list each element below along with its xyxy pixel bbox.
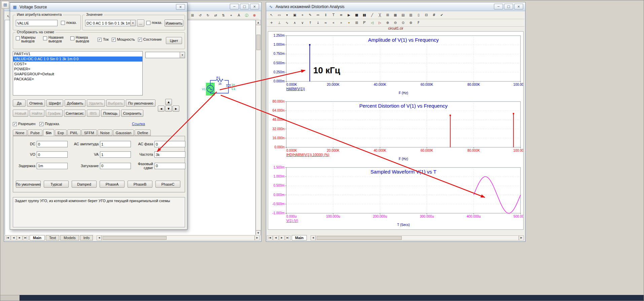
grid-icon[interactable]: ⊞ [189,12,196,18]
zoom-mode-icon[interactable]: ▣ [291,12,298,18]
schematic-hscroll-right-arrow[interactable]: ▶ [255,235,260,240]
next-point-icon[interactable]: » [337,20,345,26]
attribute-row-2[interactable]: VALUE=DC 0 AC 1 0 Sin 0 1 3k 1m 0 0 [13,57,142,62]
cancel-button[interactable]: Отмена [27,100,45,107]
attribute-row-5[interactable]: SHAPEGROUP=Default [13,72,142,77]
flip-vertical-icon[interactable]: ⇅ [220,12,227,18]
va-input[interactable]: 1 [100,151,131,158]
source-tab-sffm[interactable]: SFFM [81,129,97,136]
value-change-button[interactable]: Изменить [165,20,183,27]
grid-x-icon[interactable]: ▥ [407,12,414,18]
font-button[interactable]: Шрифт [46,100,63,107]
schematic-hscroll-thumb[interactable] [103,236,167,240]
attribute-row-6[interactable]: PACKAGE= [13,77,142,82]
info-icon[interactable]: ⓘ [243,12,250,18]
rotate-right-icon[interactable]: ↻ [204,12,211,18]
step-left-button[interactable]: ◀ [158,106,165,112]
minor-grid-icon[interactable]: ⊟ [423,12,430,18]
stop-circle-icon[interactable]: ⊗ [251,12,258,18]
preset-typical-button[interactable]: Typical [44,181,69,188]
combo-dropdown-icon[interactable]: ▾ [130,20,135,26]
preset-damped-button[interactable]: Damped [72,181,97,188]
waveform-chart[interactable]: 0.000u100.000u200.000u300.000u400.000u50… [268,163,523,229]
attr-show-checkbox-box[interactable] [61,21,65,25]
value-show-checkbox[interactable]: показ. [146,21,162,25]
delay-input[interactable]: 1m [37,163,68,169]
dc-input[interactable]: 0 [37,141,68,147]
default-button[interactable]: По умолчанию [126,100,155,107]
app-window-icon[interactable]: ⊞ [1,1,9,9]
checklist-icon[interactable]: ✔ [438,12,445,18]
f-key-icon[interactable]: F [415,20,422,26]
attribute-row-1[interactable]: PART=V1 [13,51,142,57]
select-mode-icon[interactable]: ↖ [268,12,275,18]
grid-y-icon[interactable]: ▯ [415,12,422,18]
pin-markers-checkbox[interactable]: Маркеры выводов [16,36,40,43]
rc-circuit[interactable]: + V1 R1 1k 1n C1 [198,76,236,107]
horizontal-tag-icon[interactable]: ↔ [314,12,321,18]
tag-right-icon[interactable]: ▷ [376,20,383,26]
data-points-icon[interactable]: ⊞ [384,12,391,18]
prev-point-icon[interactable]: « [330,20,337,26]
p-key-icon[interactable]: P' [361,20,368,26]
ok-button[interactable]: Да [13,100,26,107]
step-down-button[interactable]: ▼ [165,106,172,112]
crosshair-cursor-icon[interactable]: + [268,20,275,26]
graphics-dropdown-icon[interactable]: ▾ [283,12,290,18]
attribute-row-4[interactable]: POWER= [13,67,142,72]
amplitude-chart[interactable]: 0.000K20.000K40.000K60.000K80.000K100.00… [268,32,523,98]
pin-markers-checkbox-box[interactable] [16,36,20,40]
preset-phaseb-button[interactable]: PhaseB [128,181,152,188]
pin-names-checkbox[interactable]: Названия выводов [43,36,67,43]
high-icon[interactable]: ↑ [307,20,314,26]
state-checkbox-box[interactable]: ✓ [138,38,142,42]
properties-icon[interactable]: ≡ [337,12,345,18]
taskbar[interactable] [20,295,644,301]
schematic-vscrollbar[interactable]: ▲ ▼ [256,20,261,235]
enabled-checkbox[interactable]: ✓Разрешен [13,122,35,126]
graphics-mode-icon[interactable]: ▭ [276,12,283,18]
pan-icon[interactable]: ⊛ [407,20,414,26]
zoom-in-icon[interactable]: ⊕ [384,20,391,26]
value-more-button[interactable]: ... [137,20,144,27]
pin-numbers-checkbox-box[interactable] [70,36,74,40]
preset-phasea-button[interactable]: PhaseA [100,181,124,188]
save-button[interactable]: Сохранить [121,110,143,117]
reference-link[interactable]: Ссылка [132,122,145,126]
power-checkbox[interactable]: ✓Мощность [112,37,135,42]
analysis-hscrollbar[interactable]: ◀▶ [311,235,524,240]
schematic-hscroll-track[interactable] [102,235,255,240]
low-icon[interactable]: ↓ [314,20,321,26]
pin-names-checkbox-box[interactable] [43,36,47,40]
valley-icon[interactable]: ∨ [299,20,306,26]
analysis-hscroll-track[interactable] [316,235,519,240]
damping-input[interactable]: 0 [100,163,131,169]
dialog-titlebar[interactable]: ▦ Voltage Source × [10,3,187,11]
find-icon[interactable]: ⌖ [227,12,235,18]
dialog-close-button[interactable]: × [176,4,185,10]
text-icon[interactable]: A [235,12,242,18]
baseline-icon[interactable]: ⊥ [276,20,283,26]
source-tab-exp[interactable]: Exp [55,129,67,136]
step-right-button[interactable]: ▶ [173,106,179,112]
current-checkbox-box[interactable]: ✓ [98,38,102,42]
ruler-icon[interactable]: ▤ [399,12,406,18]
schematic-nav-last-button[interactable]: ▶| [23,235,29,240]
point-tag-icon[interactable]: ✎ [307,12,314,18]
inflection-icon[interactable]: ≈ [322,20,329,26]
schematic-tab-main[interactable]: Main [30,235,45,240]
schematic-nav-prev-button[interactable]: ◀ [11,235,16,240]
preset-phasec-button[interactable]: PhaseC [155,181,180,188]
analysis-titlebar[interactable]: ∿ Анализ искажений Distortion Analysis ─… [266,2,525,11]
pause-icon[interactable]: ▮▮ [361,12,368,18]
source-tab-gaussian[interactable]: Gaussian [113,129,134,136]
source-tab-pulse[interactable]: Pulse [28,129,42,136]
vscroll-thumb[interactable] [256,35,260,50]
preset-default-button[interactable]: По умолчанию [16,181,41,188]
source-tab-define[interactable]: Define [135,129,151,136]
color-button[interactable]: Цвет [166,37,182,44]
close-button[interactable]: × [514,4,523,9]
analysis-nav-last-button[interactable]: ▶| [285,235,291,240]
frequency-input[interactable]: 3k [154,151,185,158]
analysis-hscroll-right-arrow[interactable]: ▶ [519,235,524,240]
